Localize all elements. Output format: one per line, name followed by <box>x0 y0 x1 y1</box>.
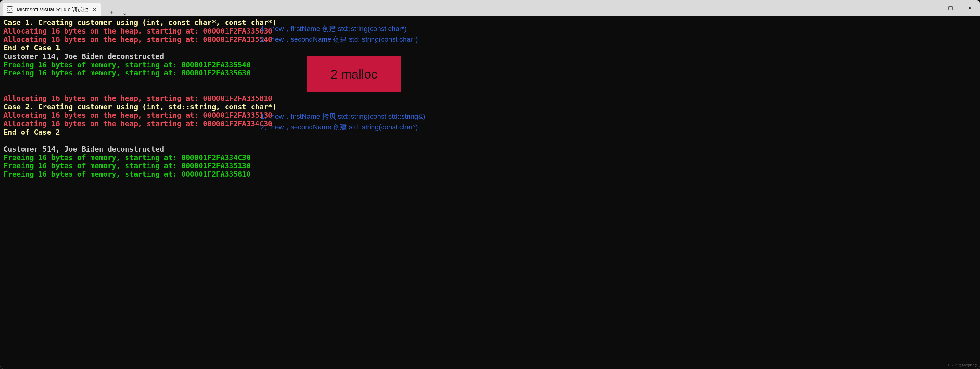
annotation-group-2: 1、new，firstName 拷贝 std::string(const std… <box>260 111 425 132</box>
terminal-line: Allocating 16 bytes on the heap, startin… <box>3 35 277 44</box>
minimize-icon: — <box>929 6 934 11</box>
app-window: C:\ Microsoft Visual Studio 调试控 ✕ + ⌄ — … <box>0 0 980 369</box>
tab-strip: C:\ Microsoft Visual Studio 调试控 ✕ + ⌄ <box>0 0 921 16</box>
malloc-label: 2 malloc <box>331 67 377 81</box>
annotation-line: 2、new，secondName 创建 std::string(const ch… <box>260 122 425 132</box>
maximize-icon <box>948 6 953 10</box>
terminal-line: Freeing 16 bytes of memory, starting at:… <box>3 61 277 69</box>
terminal-line: Allocating 16 bytes on the heap, startin… <box>3 94 277 103</box>
terminal-line: Freeing 16 bytes of memory, starting at:… <box>3 170 277 178</box>
terminal-line: Freeing 16 bytes of memory, starting at:… <box>3 69 277 77</box>
terminal-line <box>3 77 277 86</box>
close-window-button[interactable]: ✕ <box>960 0 980 16</box>
minimize-button[interactable]: — <box>921 0 941 16</box>
annotation-line: 1、new，firstName 拷贝 std::string(const std… <box>260 111 425 122</box>
titlebar: C:\ Microsoft Visual Studio 调试控 ✕ + ⌄ — … <box>0 0 980 16</box>
terminal-line: Case 2. Creating customer using (int, st… <box>3 103 277 111</box>
content-area: Case 1. Creating customer using (int, co… <box>0 16 980 369</box>
tab-title: Microsoft Visual Studio 调试控 <box>17 6 88 13</box>
annotation-line: 1、new，firstName 创建 std::string(const cha… <box>260 24 425 34</box>
maximize-button[interactable] <box>941 0 960 16</box>
terminal-line: Case 1. Creating customer using (int, co… <box>3 19 277 27</box>
terminal-line: Allocating 16 bytes on the heap, startin… <box>3 120 277 128</box>
new-tab-button[interactable]: + <box>110 10 113 16</box>
watermark: CSDN @Morphing <box>948 363 977 367</box>
terminal-line <box>3 137 277 145</box>
terminal-line: Allocating 16 bytes on the heap, startin… <box>3 111 277 120</box>
terminal-line: End of Case 1 <box>3 44 277 52</box>
terminal-icon: C:\ <box>6 6 13 13</box>
annotation-group-1: 1、new，firstName 创建 std::string(const cha… <box>260 24 425 45</box>
terminal-line: End of Case 2 <box>3 128 277 137</box>
malloc-highlight-box: 2 malloc <box>307 56 401 92</box>
terminal-line: Freeing 16 bytes of memory, starting at:… <box>3 153 277 162</box>
close-tab-button[interactable]: ✕ <box>88 6 97 13</box>
tab-actions: + ⌄ <box>101 10 127 16</box>
terminal-line: Freeing 16 bytes of memory, starting at:… <box>3 162 277 170</box>
terminal-output[interactable]: Case 1. Creating customer using (int, co… <box>0 16 280 369</box>
terminal-line: Allocating 16 bytes on the heap, startin… <box>3 27 277 35</box>
terminal-line: Customer 514, Joe Biden deconstructed <box>3 145 277 153</box>
tab-active[interactable]: C:\ Microsoft Visual Studio 调试控 ✕ <box>3 3 101 16</box>
terminal-line <box>3 86 277 94</box>
terminal-line: Customer 114, Joe Biden deconstructed <box>3 52 277 61</box>
tab-dropdown-button[interactable]: ⌄ <box>122 10 127 16</box>
close-icon: ✕ <box>968 5 972 11</box>
window-controls: — ✕ <box>921 0 980 16</box>
svg-rect-0 <box>949 6 953 10</box>
annotation-line: 2、new，secondName 创建 std::string(const ch… <box>260 34 425 45</box>
